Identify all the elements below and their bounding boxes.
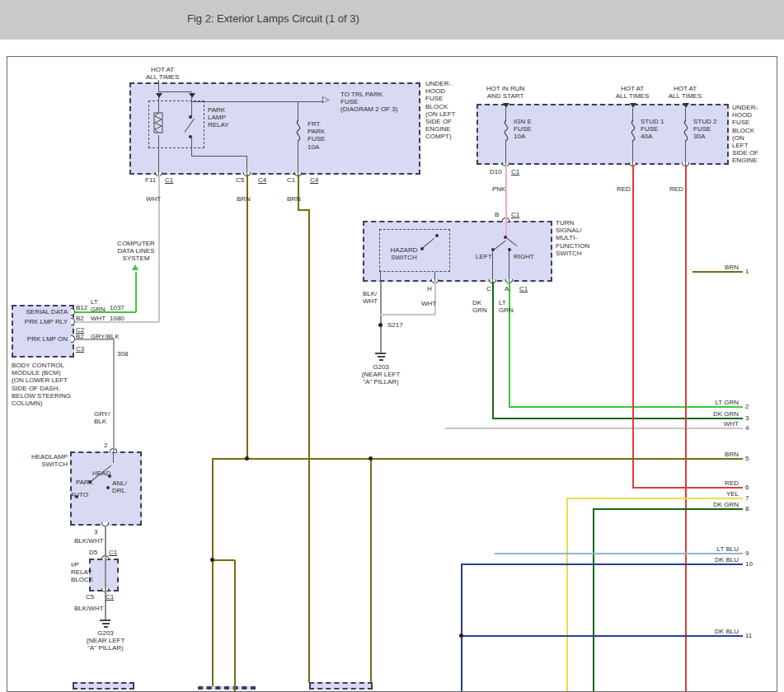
- terminal-label: DK GRN: [706, 410, 739, 418]
- connector-label: C1: [109, 549, 117, 556]
- red-wire: [685, 165, 687, 691]
- wire-segment: [632, 140, 633, 165]
- headlamp-switch-label: HEADLAMP SWITCH: [25, 453, 68, 468]
- wire-color-label: WHT: [91, 315, 106, 322]
- wire-segment: [246, 156, 247, 175]
- connector-label: C1: [165, 176, 173, 184]
- ground-icon: [378, 356, 385, 358]
- ground-label: G203 (NEAR LEFT "A" PILLAR): [81, 629, 130, 652]
- brn-wire: [212, 458, 214, 686]
- blk-wht-wire: [105, 559, 106, 591]
- terminal-label: DK GRN: [706, 501, 739, 508]
- connector-label: C1: [511, 211, 519, 218]
- wire-segment: [191, 137, 192, 157]
- wire-color-label: BRN: [287, 195, 301, 203]
- ground-icon: [104, 626, 108, 628]
- arrow-up-icon: [132, 264, 138, 270]
- dk-grn-wire-terminal-8: [593, 508, 743, 510]
- connector-label: C1: [511, 168, 519, 175]
- pin-label: C: [486, 285, 491, 292]
- frt-park-fuse-label: FRT PARK FUSE 10A: [307, 120, 325, 151]
- bcm-fn-label: PRK LMP RLY: [13, 318, 68, 325]
- wire-color-label: GRY/BLK: [91, 333, 120, 340]
- junction-dot: [459, 634, 463, 638]
- terminal-number: 1: [745, 268, 749, 275]
- park-lamp-relay-label: PARK LAMP RELAY: [208, 106, 229, 129]
- circuit-number: 308: [117, 350, 128, 358]
- wire-segment: [191, 101, 323, 102]
- pin-label: A: [505, 285, 509, 292]
- arrow-down-icon: [503, 103, 509, 108]
- connector-label: C1: [106, 593, 114, 601]
- hot-in-run-label: HOT IN RUN AND START: [480, 85, 531, 100]
- bcm-fn-label: PRK LMP ON: [13, 335, 68, 343]
- wiring-diagram-page: Fig 2: Exterior Lamps Circuit (1 of 3): [0, 0, 784, 692]
- position-label: HEAD: [92, 470, 110, 477]
- wire-segment: [492, 250, 493, 282]
- terminal-number: 10: [745, 560, 753, 568]
- turn-signal-switch-label: TURN SIGNAL/ MULTI- FUNCTION SWITCH: [556, 219, 589, 257]
- bcm-fn-label: SERIAL DATA: [13, 308, 68, 316]
- lt-grn-wire: [75, 311, 136, 313]
- right-position-label: RIGHT: [514, 253, 534, 260]
- lt-blu-wire-terminal-9: [495, 553, 743, 554]
- ground-icon: [100, 620, 110, 621]
- terminal-number: 6: [745, 484, 749, 491]
- contact-dot: [189, 115, 192, 119]
- bottom-component-fragment: [73, 682, 134, 690]
- wire-color-label: WHT: [421, 300, 436, 307]
- wire-segment: [298, 101, 298, 122]
- wire-segment: [191, 96, 192, 116]
- ground-icon: [379, 359, 383, 361]
- connector-label: C4: [258, 176, 266, 184]
- wire-color-label: LT GRN: [499, 299, 514, 314]
- contact-dot: [106, 486, 110, 489]
- terminal-label: WHT: [706, 420, 739, 428]
- circuit-number: 1080: [110, 315, 124, 322]
- yel-wire-terminal-7: [566, 498, 743, 499]
- pin-label: H: [427, 285, 432, 292]
- contact-dot: [435, 234, 439, 237]
- terminal-number: 2: [745, 403, 749, 410]
- pin-label: B12: [76, 304, 87, 311]
- wire-segment: [113, 451, 114, 463]
- wire-segment: [380, 272, 381, 282]
- arrow-down-icon: [683, 103, 689, 108]
- wire-segment: [158, 91, 192, 92]
- brn-wire-terminal-1: [692, 271, 743, 273]
- terminal-label: DK BLU: [706, 628, 739, 635]
- pin-label: D5: [89, 549, 97, 556]
- position-label: PARK: [76, 479, 93, 486]
- yel-wire: [566, 498, 568, 691]
- stud1-fuse-label: STUD 1 FUSE 40A: [641, 118, 664, 141]
- brn-wire: [298, 175, 299, 211]
- bottom-component-fragment: [309, 682, 373, 690]
- blk-wht-wire: [105, 526, 106, 559]
- hot-at-all-times-label: HOT AT ALL TIMES: [660, 85, 710, 100]
- terminal-label: RED: [706, 479, 739, 487]
- ip-relay-block-box: [89, 559, 119, 591]
- dk-grn-wire: [492, 282, 494, 418]
- terminal-number: 3: [745, 414, 749, 422]
- terminal-number: 5: [745, 455, 749, 462]
- left-position-label: LEFT: [476, 253, 492, 260]
- lt-grn-wire: [135, 272, 137, 312]
- wire-color-label: BLK/ WHT: [363, 290, 378, 305]
- junction-dot: [369, 456, 373, 461]
- terminal-label: DK BLU: [706, 556, 739, 563]
- pnk-wire: [505, 221, 507, 237]
- connector-label: C1: [519, 285, 528, 292]
- wire-color-label: RED: [669, 185, 683, 193]
- offpage-arrow-icon: ▷: [322, 95, 329, 104]
- bcm-name-label: BODY CONTROL MODULE (BCM) (ON LOWER LEFT…: [12, 362, 71, 407]
- pin-label: 3: [94, 528, 97, 535]
- brn-wire: [212, 559, 235, 561]
- to-trl-park-fuse-label: TO TRL PARK FUSE (DIAGRAM 2 OF 3): [340, 91, 397, 114]
- wire-segment: [434, 272, 435, 282]
- terminal-number: 7: [745, 494, 749, 502]
- splice-label: S217: [387, 321, 403, 329]
- underhood-location-label: UNDER- HOOD FUSE BLOCK (ON LEFT SIDE OF …: [425, 80, 455, 141]
- stud2-fuse-label: STUD 2 FUSE 30A: [693, 118, 716, 141]
- brn-wire: [370, 458, 372, 683]
- lt-grn-wire-terminal-2: [509, 406, 743, 408]
